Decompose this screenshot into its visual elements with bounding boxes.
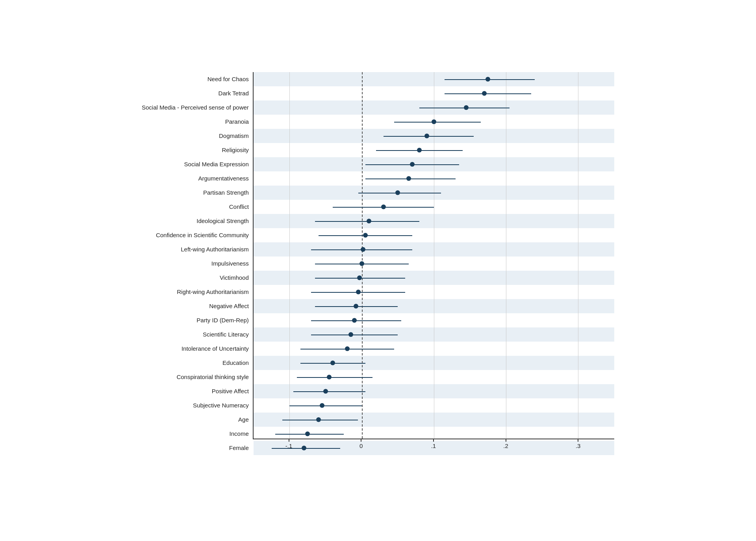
ci-line <box>311 335 398 335</box>
ci-line <box>394 122 481 123</box>
estimate-dot <box>485 77 490 82</box>
x-tick-label: -.1 <box>285 442 293 449</box>
y-label: Dark Tetrad <box>142 86 249 100</box>
y-label: Victimhood <box>142 271 249 285</box>
y-label: Ideological Strength <box>142 214 249 228</box>
zero-dashed-line <box>362 72 363 439</box>
estimate-dot <box>406 176 411 181</box>
x-tick-label: .2 <box>503 442 508 449</box>
ci-line <box>289 405 361 406</box>
estimate-dot <box>357 275 362 280</box>
y-label: Negative Affect <box>142 299 249 313</box>
estimate-dot <box>482 91 487 96</box>
grid-line <box>289 72 290 439</box>
estimate-dot <box>381 205 386 209</box>
chart-container: Need for ChaosDark TetradSocial Media - … <box>142 72 614 469</box>
estimate-dot <box>410 162 415 167</box>
y-label: Religiosity <box>142 143 249 157</box>
y-label: Partisan Strength <box>142 186 249 200</box>
y-label: Female <box>142 441 249 455</box>
x-tick-mark <box>361 439 361 442</box>
x-tick-mark <box>433 439 434 442</box>
plot-area <box>253 72 614 439</box>
estimate-dot <box>305 431 310 436</box>
estimate-dot <box>327 375 332 379</box>
estimate-dot <box>320 403 324 408</box>
y-label: Paranoia <box>142 115 249 129</box>
grid-line <box>434 72 434 439</box>
estimate-dot <box>356 290 361 294</box>
y-label: Positive Affect <box>142 384 249 398</box>
y-label: Subjective Numeracy <box>142 398 249 413</box>
estimate-dot <box>359 261 364 266</box>
estimate-dot <box>348 332 353 337</box>
x-tick-mark <box>578 439 578 442</box>
y-label: Left-wing Authoritarianism <box>142 242 249 257</box>
estimate-dot <box>352 318 357 323</box>
x-tick-label: .3 <box>576 442 581 449</box>
y-label: Confidence in Scientific Community <box>142 228 249 242</box>
y-label: Argumentativeness <box>142 171 249 186</box>
ci-line <box>445 93 531 94</box>
y-label: Social Media Expression <box>142 157 249 171</box>
ci-line <box>297 377 372 378</box>
x-tick-mark <box>506 439 506 442</box>
y-label: Education <box>142 356 249 370</box>
grid-line <box>506 72 506 439</box>
estimate-dot <box>330 361 335 365</box>
x-tick-mark <box>289 439 289 442</box>
estimate-dot <box>345 346 350 351</box>
y-label: Need for Chaos <box>142 72 249 86</box>
y-label: Right-wing Authoritarianism <box>142 285 249 299</box>
y-label: Party ID (Dem-Rep) <box>142 313 249 327</box>
y-label: Income <box>142 427 249 441</box>
y-label: Scientific Literacy <box>142 327 249 342</box>
ci-line <box>293 391 365 392</box>
y-label: Conflict <box>142 200 249 214</box>
estimate-dot <box>316 417 321 422</box>
estimate-dot <box>464 105 469 110</box>
estimate-dot <box>395 190 400 195</box>
estimate-dot <box>367 219 371 223</box>
y-labels: Need for ChaosDark TetradSocial Media - … <box>142 72 253 455</box>
estimate-dot <box>424 134 429 138</box>
estimate-dot <box>363 233 368 238</box>
estimate-dot <box>432 119 436 124</box>
y-label: Intolerance of Uncertainty <box>142 342 249 356</box>
y-label: Impulsiveness <box>142 257 249 271</box>
estimate-dot <box>417 148 422 152</box>
y-label: Conspiratorial thinking style <box>142 370 249 384</box>
y-label: Social Media - Perceived sense of power <box>142 100 249 115</box>
x-tick-label: 0 <box>359 442 363 449</box>
estimate-dot <box>323 389 328 394</box>
y-label: Age <box>142 413 249 427</box>
x-tick-label: .1 <box>431 442 436 449</box>
grid-line <box>578 72 578 439</box>
chart-area: Need for ChaosDark TetradSocial Media - … <box>142 72 614 455</box>
y-label: Dogmatism <box>142 129 249 143</box>
estimate-dot <box>361 247 365 252</box>
estimate-dot <box>354 304 358 309</box>
